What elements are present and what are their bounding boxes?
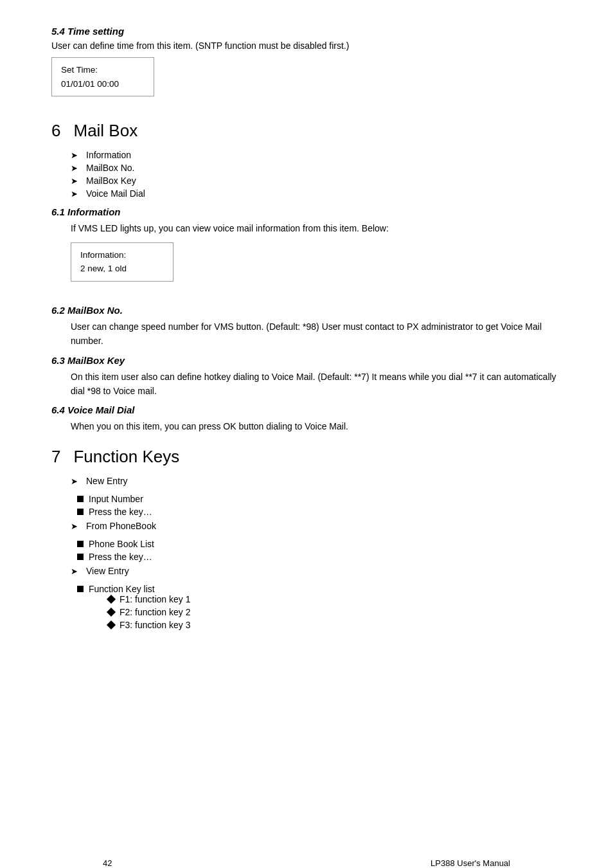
list-item: Press the key… bbox=[77, 552, 562, 562]
list-item: Phone Book List bbox=[77, 539, 562, 549]
time-box-line2: 01/01/01 00:00 bbox=[61, 77, 145, 91]
section-62-title: 6.2 MailBox No. bbox=[51, 305, 562, 316]
arrow-icon: ➤ bbox=[71, 566, 80, 576]
section-64-title: 6.4 Voice Mail Dial bbox=[51, 404, 562, 415]
arrow-icon: ➤ bbox=[71, 521, 80, 531]
from-phonebook-sub: Phone Book List Press the key… bbox=[77, 539, 562, 562]
section-64-desc: When you on this item, you can press OK … bbox=[71, 419, 562, 433]
diamond-icon bbox=[107, 595, 116, 604]
diamond-icon bbox=[107, 620, 116, 629]
section-62-desc: User can change speed number for VMS but… bbox=[71, 320, 562, 348]
section-62: 6.2 MailBox No. User can change speed nu… bbox=[51, 305, 562, 348]
section-61-desc: If VMS LED lights up, you can view voice… bbox=[71, 221, 562, 235]
list-item: Input Number bbox=[77, 494, 562, 504]
arrow-icon: ➤ bbox=[71, 163, 80, 173]
chapter-6-title: Mail Box bbox=[73, 121, 138, 141]
chapter-7-view-entry: ➤ View Entry bbox=[71, 566, 562, 576]
section-63-title: 6.3 MailBox Key bbox=[51, 355, 562, 366]
time-box-line1: Set Time: bbox=[61, 63, 145, 77]
chapter-7-title: Function Keys bbox=[73, 447, 179, 467]
manual-title: LP388 User's Manual bbox=[431, 858, 510, 868]
section-54-title: 5.4 Time setting bbox=[51, 26, 562, 37]
section-63-desc: On this item user also can define hotkey… bbox=[71, 370, 562, 399]
list-item: ➤ MailBox Key bbox=[71, 176, 562, 186]
page-footer: 42 LP388 User's Manual bbox=[103, 858, 510, 868]
section-54: 5.4 Time setting User can define time fr… bbox=[51, 26, 562, 108]
square-icon bbox=[77, 496, 84, 502]
info-box-line1: Information: bbox=[80, 248, 164, 262]
info-box-line2: 2 new, 1 old bbox=[80, 262, 164, 276]
chapter-6-bullets: ➤ Information ➤ MailBox No. ➤ MailBox Ke… bbox=[71, 150, 562, 199]
information-box: Information: 2 new, 1 old bbox=[71, 242, 173, 282]
view-entry-sub: Function Key list F1: function key 1 F2:… bbox=[77, 584, 562, 634]
new-entry-sub: Input Number Press the key… bbox=[77, 494, 562, 517]
section-63: 6.3 MailBox Key On this item user also c… bbox=[51, 355, 562, 399]
arrow-icon: ➤ bbox=[71, 476, 80, 486]
arrow-icon: ➤ bbox=[71, 176, 80, 186]
chapter-7: 7 Function Keys ➤ New Entry Input Number… bbox=[51, 447, 562, 634]
list-item-view-entry: ➤ View Entry bbox=[71, 566, 562, 576]
list-item: F2: function key 2 bbox=[108, 607, 191, 617]
square-icon bbox=[77, 509, 84, 515]
list-item: F3: function key 3 bbox=[108, 620, 191, 630]
arrow-icon: ➤ bbox=[71, 189, 80, 199]
chapter-7-heading: 7 Function Keys bbox=[51, 447, 562, 467]
chapter-7-number: 7 bbox=[51, 447, 60, 467]
function-key-list-children: F1: function key 1 F2: function key 2 F3… bbox=[108, 594, 191, 630]
time-setting-box: Set Time: 01/01/01 00:00 bbox=[51, 57, 154, 96]
page-number: 42 bbox=[103, 858, 112, 868]
chapter-6: 6 Mail Box ➤ Information ➤ MailBox No. ➤… bbox=[51, 121, 562, 199]
square-icon bbox=[77, 554, 84, 560]
chapter-7-from-phonebook: ➤ From PhoneBook bbox=[71, 521, 562, 531]
chapter-7-bullets: ➤ New Entry bbox=[71, 476, 562, 486]
square-icon bbox=[77, 586, 84, 592]
arrow-icon: ➤ bbox=[71, 150, 80, 160]
list-item-from-phonebook: ➤ From PhoneBook bbox=[71, 521, 562, 531]
list-item-function-key-list: Function Key list F1: function key 1 F2:… bbox=[77, 584, 562, 634]
square-icon bbox=[77, 541, 84, 547]
list-item: ➤ Information bbox=[71, 150, 562, 160]
section-61-title: 6.1 Information bbox=[51, 206, 562, 217]
section-54-desc: User can define time from this item. (SN… bbox=[51, 41, 562, 51]
section-61: 6.1 Information If VMS LED lights up, yo… bbox=[51, 206, 562, 293]
list-item: ➤ MailBox No. bbox=[71, 163, 562, 173]
list-item-new-entry: ➤ New Entry bbox=[71, 476, 562, 486]
section-64: 6.4 Voice Mail Dial When you on this ite… bbox=[51, 404, 562, 433]
list-item: Press the key… bbox=[77, 507, 562, 517]
list-item: F1: function key 1 bbox=[108, 594, 191, 604]
list-item: ➤ Voice Mail Dial bbox=[71, 188, 562, 199]
chapter-6-number: 6 bbox=[51, 121, 60, 141]
diamond-icon bbox=[107, 608, 116, 617]
chapter-6-heading: 6 Mail Box bbox=[51, 121, 562, 141]
